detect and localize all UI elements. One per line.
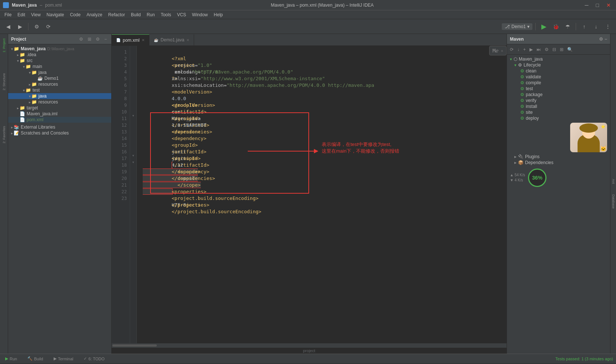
fold-gutter: ▾ ▾ ▾: [130, 46, 137, 343]
tree-demo1[interactable]: ▸ ☕ Demo1: [8, 75, 111, 81]
tree-main[interactable]: ▾ 📁 main: [8, 64, 111, 69]
maximize-button[interactable]: □: [594, 1, 601, 9]
menu-edit[interactable]: Edit: [14, 10, 28, 19]
tab-pom-xml-close[interactable]: ✕: [142, 38, 145, 42]
minimize-button[interactable]: ─: [583, 1, 591, 9]
bottom-tab-todo[interactable]: ✓ 6: TODO: [81, 356, 107, 362]
fold-icon-17[interactable]: ▾: [132, 154, 134, 157]
notification-close[interactable]: ✕: [501, 48, 503, 53]
panel-gear-btn[interactable]: ⚙: [94, 36, 101, 42]
tab-pom-xml[interactable]: 📄 pom.xml ✕: [112, 34, 149, 45]
more-toolbar[interactable]: ⋮: [603, 21, 613, 32]
strip-ant[interactable]: Ant: [611, 177, 616, 186]
maven-clean[interactable]: ⚙ clean: [507, 68, 610, 74]
maven-package[interactable]: ⚙ package: [507, 92, 610, 98]
menu-help[interactable]: Help: [211, 10, 226, 19]
menu-file[interactable]: File: [1, 10, 14, 19]
maven-add[interactable]: +: [522, 46, 527, 53]
tree-test-java[interactable]: ▾ 📁 java: [8, 93, 111, 99]
back-button[interactable]: ◀: [3, 21, 13, 32]
fold-icon-11[interactable]: ▾: [132, 114, 134, 118]
strip-database[interactable]: Database: [611, 193, 616, 210]
strip-favorites[interactable]: 2: Favorites: [1, 123, 7, 146]
maven-lifecycle[interactable]: ▾ ⚙ Lifecycle: [507, 62, 610, 68]
bottom-tab-terminal[interactable]: ▶ Terminal: [51, 356, 76, 362]
maven-deploy[interactable]: ⚙ deploy: [507, 115, 610, 121]
maven-refresh[interactable]: ⟳: [508, 46, 515, 53]
code-content[interactable]: <?xml version="1.0" encoding="UTF-8" ?> …: [137, 46, 507, 343]
bottom-tab-build[interactable]: 🔨 Build: [25, 356, 45, 362]
menu-view[interactable]: View: [28, 10, 44, 19]
toolbar-sep1: [28, 23, 28, 30]
tree-external-libs[interactable]: ▸ 📚 External Libraries: [8, 124, 111, 130]
panel-header-actions: ⚙ ⊞ ⚙ −: [78, 36, 108, 42]
maven-expand[interactable]: ⊞: [558, 46, 565, 53]
tree-idea[interactable]: ▸ 📁 .idea: [8, 52, 111, 58]
menu-tools[interactable]: Tools: [158, 10, 174, 19]
panel-settings-btn[interactable]: ⚙: [78, 36, 85, 42]
maven-test[interactable]: ⚙ test: [507, 86, 610, 92]
menu-run[interactable]: Run: [144, 10, 158, 19]
panel-minimize-btn[interactable]: −: [103, 36, 108, 42]
menu-analyze[interactable]: Analyze: [84, 10, 105, 19]
tree-test-label: test: [33, 88, 40, 93]
strip-project[interactable]: 1: Project: [1, 35, 7, 55]
branch-selector[interactable]: ⎇ Demo1 ▾: [502, 23, 532, 30]
tree-main-resources[interactable]: ▸ 📁 resources: [8, 81, 111, 87]
tree-target[interactable]: ▸ 📁 target: [8, 105, 111, 111]
settings-button[interactable]: ⚙: [31, 21, 42, 32]
maven-plugins[interactable]: ▸ 🔌 Plugins: [507, 154, 610, 160]
maven-minus[interactable]: −: [605, 37, 607, 42]
tree-test[interactable]: ▾ 📁 test: [8, 87, 111, 93]
maven-download[interactable]: ↓: [516, 46, 521, 53]
maven-run[interactable]: ▶: [528, 46, 534, 53]
maven-compile[interactable]: ⚙ compile: [507, 80, 610, 86]
menu-window[interactable]: Window: [189, 10, 211, 19]
scrollbar-thumb[interactable]: [112, 344, 157, 347]
menu-code[interactable]: Code: [67, 10, 84, 19]
tab-demo1-java[interactable]: ☕ Demo1.java ✕: [149, 34, 194, 45]
update-button[interactable]: ↓: [591, 21, 601, 32]
maven-install[interactable]: ⚙ install: [507, 103, 610, 109]
menu-navigate[interactable]: Navigate: [44, 10, 67, 19]
run-config-selector[interactable]: ▶: [539, 21, 549, 32]
tree-iml[interactable]: ▸ 📄 Maven_java.iml: [8, 111, 111, 117]
code-editor[interactable]: 1 2 3 4 5 6 7 8 9 10 11 12 13 14 15 16 1…: [112, 46, 507, 343]
maven-gear[interactable]: ⚙: [599, 37, 603, 42]
menu-build[interactable]: Build: [128, 10, 144, 19]
maven-verify[interactable]: ⚙ verify: [507, 98, 610, 103]
maven-validate[interactable]: ⚙ validate: [507, 74, 610, 80]
git-button[interactable]: ↑: [579, 21, 589, 32]
maven-site[interactable]: ⚙ site: [507, 109, 610, 115]
maven-dependencies[interactable]: ▸ 📦 Dependencies: [507, 160, 610, 166]
coverage-button[interactable]: ☂: [562, 21, 573, 32]
notification-badge[interactable]: Mℯ ✕: [489, 46, 507, 55]
maven-skip[interactable]: ⏭: [535, 46, 542, 53]
maven-settings[interactable]: ⚙: [543, 46, 550, 53]
tree-main-java[interactable]: ▾ 📁 java: [8, 69, 111, 75]
tree-root[interactable]: ▾ 📁 Maven_java D:\Maven_java: [8, 46, 111, 52]
maven-collapse[interactable]: ⊟: [551, 46, 558, 53]
maven-plugins-arrow: ▸: [514, 154, 517, 159]
tab-demo1-java-close[interactable]: ✕: [186, 38, 189, 42]
sync-button[interactable]: ⟳: [43, 21, 54, 32]
debug-button[interactable]: 🐞: [551, 21, 561, 32]
tree-scratches[interactable]: ▸ 📝 Scratches and Consoles: [8, 130, 111, 136]
forward-button[interactable]: ▶: [15, 21, 25, 32]
close-button[interactable]: ✕: [604, 1, 613, 9]
strip-structure[interactable]: 2: Structure: [1, 70, 7, 93]
menu-vcs[interactable]: VCS: [174, 10, 189, 19]
maven-validate-icon: ⚙: [520, 74, 524, 79]
tree-src[interactable]: ▾ 📁 src: [8, 58, 111, 64]
bottom-tab-run[interactable]: ▶ Run: [3, 356, 19, 362]
maven-root[interactable]: ▾ ⬡ Maven_java: [507, 56, 610, 62]
tree-pom[interactable]: ▸ 📄 pom.xml: [8, 117, 111, 123]
maven-filter[interactable]: 🔍: [566, 46, 574, 53]
tree-test-resources[interactable]: ▸ 📁 resources: [8, 99, 111, 105]
panel-layout-btn[interactable]: ⊞: [86, 36, 93, 42]
window-controls: ─ □ ✕: [583, 1, 613, 9]
fold-icon-18[interactable]: ▾: [132, 160, 134, 164]
menu-refactor[interactable]: Refactor: [105, 10, 128, 19]
horizontal-scrollbar[interactable]: [112, 343, 507, 348]
ln-1: 1: [112, 49, 130, 55]
